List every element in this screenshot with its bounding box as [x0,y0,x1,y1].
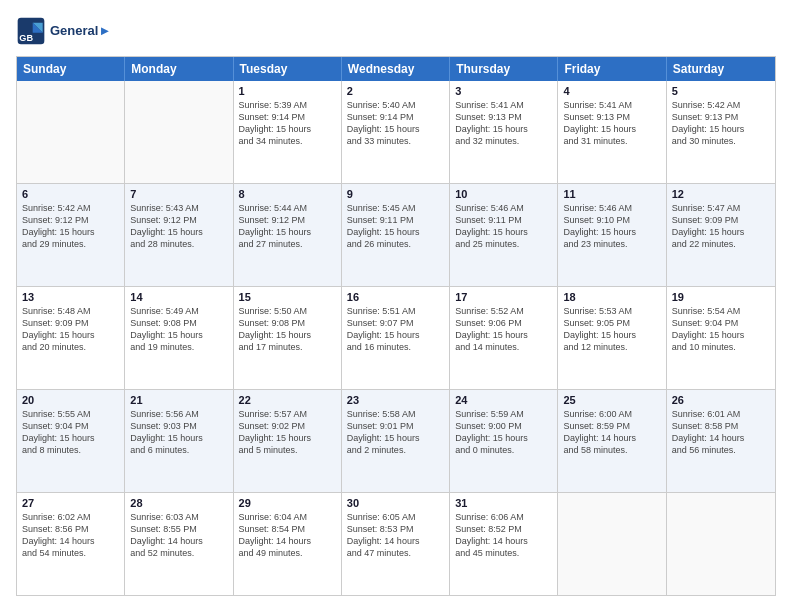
day-info: Sunrise: 5:55 AM Sunset: 9:04 PM Dayligh… [22,408,119,457]
day-header-tuesday: Tuesday [234,57,342,81]
day-info: Sunrise: 5:42 AM Sunset: 9:12 PM Dayligh… [22,202,119,251]
day-cell-6: 6Sunrise: 5:42 AM Sunset: 9:12 PM Daylig… [17,184,125,286]
day-info: Sunrise: 6:01 AM Sunset: 8:58 PM Dayligh… [672,408,770,457]
day-number: 19 [672,291,770,303]
day-cell-29: 29Sunrise: 6:04 AM Sunset: 8:54 PM Dayli… [234,493,342,595]
day-number: 14 [130,291,227,303]
day-number: 15 [239,291,336,303]
day-cell-10: 10Sunrise: 5:46 AM Sunset: 9:11 PM Dayli… [450,184,558,286]
day-number: 20 [22,394,119,406]
day-number: 16 [347,291,444,303]
empty-cell [17,81,125,183]
day-number: 28 [130,497,227,509]
day-header-monday: Monday [125,57,233,81]
day-info: Sunrise: 5:43 AM Sunset: 9:12 PM Dayligh… [130,202,227,251]
day-cell-28: 28Sunrise: 6:03 AM Sunset: 8:55 PM Dayli… [125,493,233,595]
calendar-row: 20Sunrise: 5:55 AM Sunset: 9:04 PM Dayli… [17,389,775,492]
day-cell-23: 23Sunrise: 5:58 AM Sunset: 9:01 PM Dayli… [342,390,450,492]
day-info: Sunrise: 5:46 AM Sunset: 9:11 PM Dayligh… [455,202,552,251]
day-number: 22 [239,394,336,406]
day-cell-3: 3Sunrise: 5:41 AM Sunset: 9:13 PM Daylig… [450,81,558,183]
day-number: 2 [347,85,444,97]
day-info: Sunrise: 5:44 AM Sunset: 9:12 PM Dayligh… [239,202,336,251]
calendar-row: 1Sunrise: 5:39 AM Sunset: 9:14 PM Daylig… [17,81,775,183]
empty-cell [558,493,666,595]
day-number: 1 [239,85,336,97]
day-cell-13: 13Sunrise: 5:48 AM Sunset: 9:09 PM Dayli… [17,287,125,389]
day-info: Sunrise: 5:54 AM Sunset: 9:04 PM Dayligh… [672,305,770,354]
day-info: Sunrise: 6:02 AM Sunset: 8:56 PM Dayligh… [22,511,119,560]
day-cell-9: 9Sunrise: 5:45 AM Sunset: 9:11 PM Daylig… [342,184,450,286]
day-number: 13 [22,291,119,303]
day-info: Sunrise: 5:42 AM Sunset: 9:13 PM Dayligh… [672,99,770,148]
day-cell-17: 17Sunrise: 5:52 AM Sunset: 9:06 PM Dayli… [450,287,558,389]
day-cell-1: 1Sunrise: 5:39 AM Sunset: 9:14 PM Daylig… [234,81,342,183]
day-number: 5 [672,85,770,97]
day-info: Sunrise: 5:57 AM Sunset: 9:02 PM Dayligh… [239,408,336,457]
logo-text: General► [50,24,111,38]
day-number: 21 [130,394,227,406]
day-number: 4 [563,85,660,97]
day-info: Sunrise: 5:50 AM Sunset: 9:08 PM Dayligh… [239,305,336,354]
day-number: 31 [455,497,552,509]
day-cell-20: 20Sunrise: 5:55 AM Sunset: 9:04 PM Dayli… [17,390,125,492]
day-info: Sunrise: 5:49 AM Sunset: 9:08 PM Dayligh… [130,305,227,354]
day-header-wednesday: Wednesday [342,57,450,81]
day-number: 11 [563,188,660,200]
day-info: Sunrise: 5:59 AM Sunset: 9:00 PM Dayligh… [455,408,552,457]
day-cell-12: 12Sunrise: 5:47 AM Sunset: 9:09 PM Dayli… [667,184,775,286]
day-header-saturday: Saturday [667,57,775,81]
day-info: Sunrise: 5:58 AM Sunset: 9:01 PM Dayligh… [347,408,444,457]
day-info: Sunrise: 5:48 AM Sunset: 9:09 PM Dayligh… [22,305,119,354]
day-info: Sunrise: 6:00 AM Sunset: 8:59 PM Dayligh… [563,408,660,457]
day-number: 18 [563,291,660,303]
day-number: 12 [672,188,770,200]
day-number: 27 [22,497,119,509]
day-cell-22: 22Sunrise: 5:57 AM Sunset: 9:02 PM Dayli… [234,390,342,492]
header: GB General► [16,16,776,46]
empty-cell [667,493,775,595]
day-info: Sunrise: 5:52 AM Sunset: 9:06 PM Dayligh… [455,305,552,354]
day-cell-16: 16Sunrise: 5:51 AM Sunset: 9:07 PM Dayli… [342,287,450,389]
day-number: 9 [347,188,444,200]
day-info: Sunrise: 5:56 AM Sunset: 9:03 PM Dayligh… [130,408,227,457]
calendar-header: SundayMondayTuesdayWednesdayThursdayFrid… [17,57,775,81]
day-cell-4: 4Sunrise: 5:41 AM Sunset: 9:13 PM Daylig… [558,81,666,183]
day-number: 29 [239,497,336,509]
day-info: Sunrise: 6:05 AM Sunset: 8:53 PM Dayligh… [347,511,444,560]
day-number: 6 [22,188,119,200]
day-header-friday: Friday [558,57,666,81]
day-cell-25: 25Sunrise: 6:00 AM Sunset: 8:59 PM Dayli… [558,390,666,492]
day-number: 17 [455,291,552,303]
calendar-body: 1Sunrise: 5:39 AM Sunset: 9:14 PM Daylig… [17,81,775,595]
day-cell-27: 27Sunrise: 6:02 AM Sunset: 8:56 PM Dayli… [17,493,125,595]
day-cell-15: 15Sunrise: 5:50 AM Sunset: 9:08 PM Dayli… [234,287,342,389]
day-cell-30: 30Sunrise: 6:05 AM Sunset: 8:53 PM Dayli… [342,493,450,595]
calendar-row: 13Sunrise: 5:48 AM Sunset: 9:09 PM Dayli… [17,286,775,389]
day-info: Sunrise: 5:47 AM Sunset: 9:09 PM Dayligh… [672,202,770,251]
day-cell-5: 5Sunrise: 5:42 AM Sunset: 9:13 PM Daylig… [667,81,775,183]
day-cell-18: 18Sunrise: 5:53 AM Sunset: 9:05 PM Dayli… [558,287,666,389]
day-number: 10 [455,188,552,200]
day-number: 8 [239,188,336,200]
day-info: Sunrise: 5:51 AM Sunset: 9:07 PM Dayligh… [347,305,444,354]
day-number: 24 [455,394,552,406]
day-cell-11: 11Sunrise: 5:46 AM Sunset: 9:10 PM Dayli… [558,184,666,286]
day-info: Sunrise: 5:39 AM Sunset: 9:14 PM Dayligh… [239,99,336,148]
page: GB General► SundayMondayTuesdayWednesday… [0,0,792,612]
day-cell-19: 19Sunrise: 5:54 AM Sunset: 9:04 PM Dayli… [667,287,775,389]
logo-icon: GB [16,16,46,46]
day-cell-8: 8Sunrise: 5:44 AM Sunset: 9:12 PM Daylig… [234,184,342,286]
calendar: SundayMondayTuesdayWednesdayThursdayFrid… [16,56,776,596]
calendar-row: 27Sunrise: 6:02 AM Sunset: 8:56 PM Dayli… [17,492,775,595]
day-number: 23 [347,394,444,406]
day-info: Sunrise: 5:45 AM Sunset: 9:11 PM Dayligh… [347,202,444,251]
day-number: 25 [563,394,660,406]
day-header-thursday: Thursday [450,57,558,81]
day-header-sunday: Sunday [17,57,125,81]
day-cell-21: 21Sunrise: 5:56 AM Sunset: 9:03 PM Dayli… [125,390,233,492]
day-info: Sunrise: 5:53 AM Sunset: 9:05 PM Dayligh… [563,305,660,354]
day-cell-26: 26Sunrise: 6:01 AM Sunset: 8:58 PM Dayli… [667,390,775,492]
day-number: 7 [130,188,227,200]
calendar-row: 6Sunrise: 5:42 AM Sunset: 9:12 PM Daylig… [17,183,775,286]
